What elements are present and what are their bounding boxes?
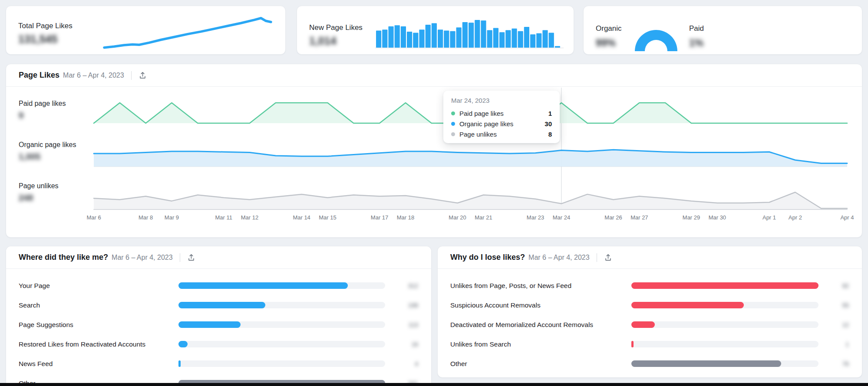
new-page-likes-label: New Page Likes — [309, 23, 363, 32]
tooltip-series-label: Paid page likes — [459, 110, 504, 117]
list-item: News Feed 4 — [6, 354, 431, 373]
list-item: Deactivated or Memorialized Account Remo… — [438, 315, 862, 334]
organic-paid-gauge-chart — [632, 23, 680, 53]
svg-text:Mar 29: Mar 29 — [683, 214, 700, 221]
organic-value: 99% — [596, 37, 616, 49]
new-likes-bar-chart — [374, 16, 565, 51]
svg-text:Mar 9: Mar 9 — [165, 214, 179, 221]
lose-likes-date-range: Mar 6 – Apr 4, 2023 — [528, 254, 590, 262]
bar-track — [178, 321, 385, 328]
svg-text:Mar 23: Mar 23 — [527, 214, 544, 221]
svg-text:Apr 4: Apr 4 — [840, 214, 854, 221]
bar-fill — [631, 341, 634, 347]
page-likes-panel: Page Likes Mar 6 – Apr 4, 2023 Paid page… — [6, 64, 862, 238]
svg-text:Mar 26: Mar 26 — [604, 214, 622, 221]
tooltip-series-label: Page unlikes — [459, 131, 497, 138]
lose-likes-header: Why do I lose likes? Mar 6 – Apr 4, 2023 — [438, 246, 862, 269]
bar-track — [178, 302, 385, 308]
bar-fill — [178, 321, 241, 328]
list-item: Unlikes from Page, Posts, or News Feed 9… — [438, 276, 862, 295]
bar-fill — [178, 282, 348, 289]
row-value: 312 — [408, 282, 431, 289]
bar-fill — [631, 360, 781, 367]
export-upload-icon[interactable] — [603, 252, 614, 263]
tooltip-date: Mar 24, 2023 — [451, 97, 552, 104]
total-page-likes-value: 131,545 — [18, 33, 57, 46]
list-item: Unlikes from Search 1 — [438, 334, 862, 354]
row-label: Unlikes from Search — [450, 340, 631, 348]
tooltip-series-label: Organic page likes — [459, 120, 513, 128]
tooltip-series-value: 1 — [548, 110, 552, 117]
list-item: Your Page 312 — [6, 276, 431, 295]
svg-text:Apr 2: Apr 2 — [789, 214, 802, 221]
bar-fill — [178, 360, 181, 367]
organic-paid-split-card: Organic 99% Paid 1% — [583, 6, 862, 55]
total-likes-sparkline-chart — [101, 10, 274, 53]
tooltip-row: Organic page likes 30 — [451, 118, 552, 129]
svg-text:Mar 21: Mar 21 — [475, 214, 492, 221]
new-page-likes-value: 1,014 — [309, 35, 337, 47]
paid-label: Paid — [689, 24, 704, 33]
list-item: Restored Likes from Reactivated Accounts… — [6, 334, 431, 354]
svg-text:Mar 12: Mar 12 — [241, 214, 258, 221]
header-divider — [597, 253, 597, 262]
export-upload-icon[interactable] — [186, 252, 197, 263]
where-liked-title: Where did they like me? — [19, 253, 108, 262]
bar-track — [178, 282, 385, 289]
row-label: Unlikes from Page, Posts, or News Feed — [450, 282, 631, 290]
tooltip-series-value: 30 — [545, 120, 552, 128]
where-liked-date-range: Mar 6 – Apr 4, 2023 — [112, 254, 173, 262]
svg-text:Mar 6: Mar 6 — [86, 214, 101, 221]
bar-track — [631, 321, 818, 328]
series-dot-icon — [451, 132, 455, 136]
list-item: Search 199 — [6, 295, 431, 315]
tooltip-series-value: 8 — [548, 131, 552, 138]
row-value: 12 — [842, 321, 862, 328]
screen-bottom-edge — [0, 383, 868, 386]
bar-track — [631, 302, 818, 308]
row-label: Your Page — [19, 282, 178, 290]
row-value: 113 — [409, 321, 431, 328]
bar-track — [178, 360, 385, 367]
total-page-likes-card: Total Page Likes 131,545 — [6, 6, 286, 55]
where-liked-panel: Where did they like me? Mar 6 – Apr 4, 2… — [6, 246, 432, 386]
row-value: 4 — [415, 360, 431, 367]
bar-fill — [631, 302, 744, 308]
bar-track — [631, 282, 818, 289]
bar-fill — [631, 282, 818, 289]
bar-fill — [178, 302, 265, 308]
svg-text:Mar 8: Mar 8 — [139, 214, 153, 221]
row-value: 92 — [842, 282, 862, 289]
list-item: Page Suggestions 113 — [6, 315, 431, 334]
new-page-likes-card: New Page Likes 1,014 — [297, 6, 574, 55]
row-label: Suspicious Account Removals — [450, 301, 631, 309]
row-label: Search — [19, 301, 178, 309]
lose-likes-title: Why do I lose likes? — [450, 253, 525, 262]
bar-fill — [631, 321, 655, 328]
row-label: Page Suggestions — [19, 321, 178, 329]
tooltip-row: Paid page likes 1 — [451, 108, 552, 118]
bar-track — [178, 341, 385, 347]
svg-text:Mar 27: Mar 27 — [630, 214, 648, 221]
series-dot-icon — [451, 122, 455, 126]
header-divider — [180, 253, 180, 262]
list-item: Other 76 — [438, 354, 862, 373]
series-dot-icon — [451, 111, 455, 115]
bar-track — [631, 341, 818, 347]
chart-tooltip: Mar 24, 2023 Paid page likes 1 Organic p… — [443, 91, 560, 143]
row-value: 76 — [842, 360, 862, 367]
row-value: 16 — [411, 341, 431, 348]
svg-text:Apr 1: Apr 1 — [762, 214, 776, 221]
svg-text:Mar 30: Mar 30 — [709, 214, 726, 221]
row-value: 199 — [408, 302, 431, 309]
row-label: Deactivated or Memorialized Account Remo… — [450, 321, 631, 329]
svg-text:Mar 24: Mar 24 — [553, 214, 570, 221]
list-item: Suspicious Account Removals 55 — [438, 295, 862, 315]
row-label: News Feed — [19, 360, 178, 368]
total-page-likes-label: Total Page Likes — [18, 22, 73, 30]
svg-text:Mar 20: Mar 20 — [449, 214, 466, 221]
page-likes-timeseries-chart[interactable]: Mar 6Mar 8Mar 9Mar 11Mar 12Mar 14Mar 15M… — [6, 77, 862, 238]
bar-track — [631, 360, 818, 367]
svg-text:Mar 17: Mar 17 — [371, 214, 388, 221]
where-liked-header: Where did they like me? Mar 6 – Apr 4, 2… — [6, 246, 431, 269]
